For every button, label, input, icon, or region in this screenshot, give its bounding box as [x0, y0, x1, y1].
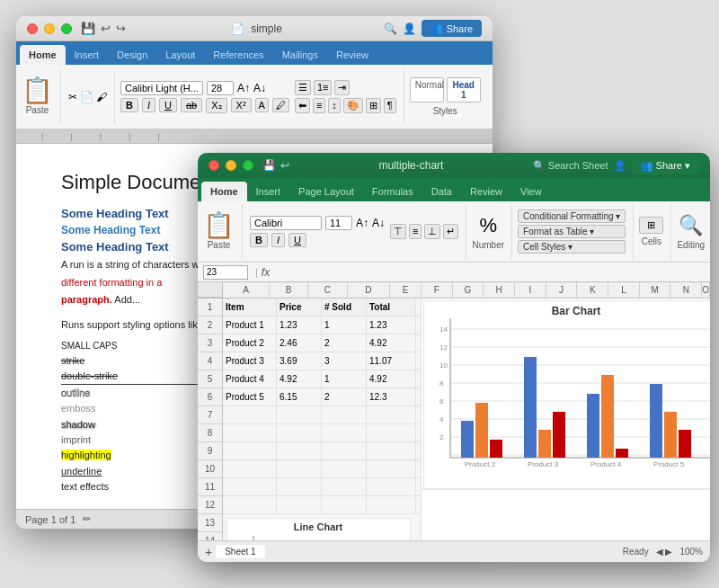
scroll-controls[interactable]: ◀ ▶ [656, 547, 673, 557]
wrap-text-icon[interactable]: ↵ [443, 224, 458, 239]
highlight-color-icon[interactable]: 🖊 [272, 98, 289, 112]
excel-close-button[interactable] [209, 160, 219, 171]
excel-tab-home[interactable]: Home [201, 182, 247, 201]
subscript-button[interactable]: X₂ [206, 98, 226, 113]
tab-layout[interactable]: Layout [156, 45, 204, 65]
excel-tab-page-layout[interactable]: Page Layout [289, 182, 363, 201]
excel-tab-formulas[interactable]: Formulas [363, 182, 422, 201]
bold-button[interactable]: B [120, 98, 138, 112]
excel-maximize-button[interactable] [243, 160, 253, 171]
row-14[interactable]: 14 [198, 532, 222, 540]
line-spacing-icon[interactable]: ↕ [328, 98, 341, 113]
excel-underline-button[interactable]: U [288, 233, 306, 247]
col-c[interactable]: C [308, 282, 347, 298]
row-5[interactable]: 5 [198, 370, 222, 388]
heading1-style[interactable]: Head 1 [447, 77, 481, 102]
row-1[interactable]: 1 [198, 298, 222, 316]
row-7[interactable]: 7 [198, 406, 222, 424]
name-box[interactable]: 23 [203, 265, 248, 280]
cut-icon[interactable]: ✂ [68, 91, 77, 103]
excel-save-icon[interactable]: 💾 [262, 159, 276, 172]
align-left-icon[interactable]: ⬅ [295, 98, 310, 113]
col-c-header[interactable]: # Sold [322, 298, 367, 316]
excel-bold-button[interactable]: B [250, 233, 268, 247]
editing-icon[interactable]: 🔍 [679, 214, 703, 237]
row-3[interactable]: 3 [198, 334, 222, 352]
col-h[interactable]: H [484, 282, 515, 298]
italic-button[interactable]: I [142, 98, 155, 112]
col-m[interactable]: M [640, 282, 671, 298]
search-icon[interactable]: 🔍 [384, 22, 397, 35]
col-n[interactable]: N [670, 282, 702, 298]
row-8[interactable]: 8 [198, 424, 222, 442]
pilcrow-icon[interactable]: ¶ [384, 98, 396, 113]
col-d-header[interactable]: Total [367, 298, 416, 316]
align-top-icon[interactable]: ⊤ [390, 224, 406, 239]
save-icon[interactable]: 💾 [81, 22, 95, 35]
col-a[interactable]: A [223, 282, 270, 298]
excel-font-selector[interactable]: Calibri [250, 216, 322, 230]
excel-search-icon[interactable]: 🔍 Search Sheet [533, 160, 608, 172]
paste-icon[interactable]: 📋 [22, 78, 53, 103]
align-center-icon[interactable]: ≡ [313, 98, 325, 113]
copy-icon[interactable]: 📄 [80, 91, 93, 103]
col-j[interactable]: J [546, 282, 578, 298]
format-as-table-button[interactable]: Format as Table ▾ [518, 225, 626, 238]
col-l[interactable]: L [608, 282, 640, 298]
conditional-formatting-button[interactable]: Conditional Formatting ▾ [518, 209, 626, 223]
excel-tab-view[interactable]: View [511, 182, 551, 201]
excel-shrink-icon[interactable]: A↓ [372, 217, 385, 229]
row-12[interactable]: 12 [198, 496, 222, 514]
numbering-icon[interactable]: 1≡ [314, 80, 333, 95]
superscript-button[interactable]: X² [231, 98, 252, 112]
indent-icon[interactable]: ⇥ [334, 80, 350, 95]
font-size-selector[interactable]: 28 [207, 81, 234, 95]
col-a-header[interactable]: Item [223, 298, 277, 316]
maximize-button[interactable] [61, 23, 72, 34]
excel-grow-icon[interactable]: A↑ [356, 217, 368, 229]
format-painter-icon[interactable]: 🖌 [96, 91, 107, 103]
row-2[interactable]: 2 [198, 316, 222, 334]
minimize-button[interactable] [44, 23, 55, 34]
redo-icon[interactable]: ↪ [116, 22, 126, 35]
font-color-icon[interactable]: A [255, 98, 269, 112]
row-6[interactable]: 6 [198, 388, 222, 406]
grow-font-icon[interactable]: A↑ [237, 82, 250, 94]
excel-font-size[interactable]: 11 [325, 216, 352, 230]
borders-icon[interactable]: ⊞ [366, 98, 381, 113]
share-button[interactable]: 👥 Share [422, 20, 482, 37]
close-button[interactable] [27, 23, 38, 34]
col-b[interactable]: B [270, 282, 308, 298]
row-13[interactable]: 13 [198, 514, 222, 532]
shading-icon[interactable]: 🎨 [343, 98, 363, 113]
col-d[interactable]: D [348, 282, 391, 298]
col-o[interactable]: O [702, 282, 710, 298]
col-f[interactable]: F [422, 282, 453, 298]
excel-undo-icon[interactable]: ↩ [280, 159, 289, 172]
tab-insert[interactable]: Insert [66, 45, 109, 65]
excel-tab-review[interactable]: Review [461, 182, 511, 201]
cell-styles-button[interactable]: Cell Styles ▾ [518, 240, 626, 254]
col-e[interactable]: E [390, 282, 422, 298]
row-9[interactable]: 9 [198, 442, 222, 460]
bullets-icon[interactable]: ☰ [295, 80, 311, 95]
row-4[interactable]: 4 [198, 352, 222, 370]
tab-references[interactable]: References [204, 45, 272, 65]
shrink-font-icon[interactable]: A↓ [253, 82, 266, 94]
tab-mailings[interactable]: Mailings [273, 45, 327, 65]
col-g[interactable]: G [453, 282, 484, 298]
font-name-selector[interactable]: Calibri Light (H... [120, 81, 203, 95]
excel-tab-data[interactable]: Data [422, 182, 461, 201]
normal-style[interactable]: Normal [410, 77, 444, 102]
tab-design[interactable]: Design [108, 45, 156, 65]
excel-share-button[interactable]: 👥 Share ▾ [632, 157, 699, 174]
excel-account-icon[interactable]: 👤 [614, 160, 626, 172]
sheet-tab-1[interactable]: Sheet 1 [216, 545, 264, 558]
tab-review[interactable]: Review [327, 45, 377, 65]
add-sheet-icon[interactable]: + [205, 545, 212, 559]
col-k[interactable]: K [577, 282, 608, 298]
tab-home[interactable]: Home [20, 45, 66, 65]
col-i[interactable]: I [515, 282, 546, 298]
col-b-header[interactable]: Price [277, 298, 322, 316]
undo-icon[interactable]: ↩ [101, 22, 111, 35]
